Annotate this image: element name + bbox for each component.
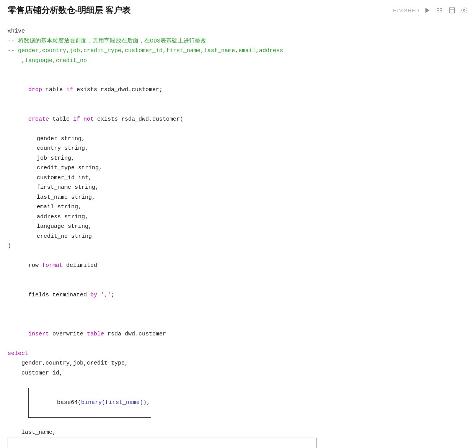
sel-last-name: last_name,	[8, 428, 468, 438]
split-button[interactable]	[435, 6, 444, 15]
code-comment-2: -- gender,country,job,credit_type,custom…	[8, 46, 468, 56]
col-address: address string,	[8, 212, 468, 222]
col-customer-id: customer_id int,	[8, 173, 468, 183]
sel-concat-1: concat(md5(concat('rsda',substring_index…	[9, 438, 315, 448]
sel-base64-line: base64(binary(first_name)),	[8, 378, 468, 428]
col-language: language string,	[8, 222, 468, 232]
panel-button[interactable]	[448, 6, 456, 15]
code-line-hive: %hive	[8, 26, 468, 36]
col-gender: gender string,	[8, 134, 468, 144]
select-keyword: select	[8, 349, 468, 359]
col-first-name: first_name string,	[8, 183, 468, 193]
col-job: job string,	[8, 154, 468, 164]
fields-term: fields terminated by ',';	[8, 280, 468, 310]
code-comment-3: ,language,credit_no	[8, 56, 468, 66]
header-actions: FINISHED	[393, 6, 468, 15]
page-title: 零售店铺分析数仓-明细层 客户表	[8, 5, 130, 16]
page-container: 零售店铺分析数仓-明细层 客户表 FINISHED	[0, 0, 476, 448]
sel-col-1: gender,country,job,credit_type,	[8, 358, 468, 368]
header: 零售店铺分析数仓-明细层 客户表 FINISHED	[0, 0, 476, 20]
status-badge: FINISHED	[393, 8, 419, 13]
insert-overwrite: insert overwrite table rsda_dwd.customer	[8, 319, 468, 349]
svg-rect-7	[449, 8, 455, 13]
code-comment-1: -- 将数据的基本粒度放在前面，无用字段放在后面，在ODS表基础上进行修改	[8, 36, 468, 46]
empty-1	[8, 65, 468, 75]
col-country: country string,	[8, 144, 468, 154]
settings-button[interactable]	[460, 6, 468, 15]
row-format: row format delimited	[8, 251, 468, 281]
svg-point-9	[463, 10, 465, 11]
sel-col-2: customer_id,	[8, 368, 468, 378]
close-paren: )	[8, 241, 468, 251]
code-create: create table if not exists rsda_dwd.cust…	[8, 105, 468, 134]
run-button[interactable]	[423, 6, 432, 15]
code-area: %hive -- 将数据的基本粒度放在前面，无用字段放在后面，在ODS表基础上进…	[0, 20, 476, 448]
col-last-name: last_name string,	[8, 193, 468, 203]
svg-marker-0	[425, 8, 430, 13]
sel-concat-box: concat(md5(concat('rsda',substring_index…	[8, 438, 316, 448]
col-credit-type: credit_type string,	[8, 163, 468, 173]
empty-2	[8, 310, 468, 320]
code-drop: drop table if exists rsda_dwd.customer;	[8, 75, 468, 105]
col-credit-no: credit_no string	[8, 232, 468, 242]
col-email: email string,	[8, 202, 468, 212]
